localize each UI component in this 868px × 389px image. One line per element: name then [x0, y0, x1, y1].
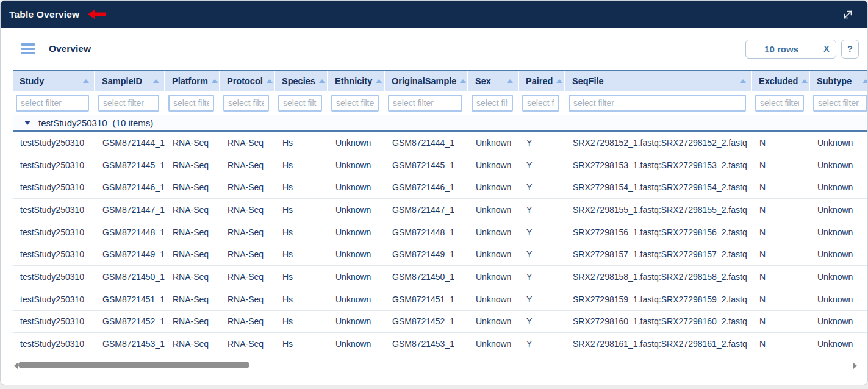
table-row[interactable]: testStudy250310GSM8721451_1RNA-SeqRNA-Se…: [13, 288, 868, 311]
scroll-right-arrow-icon[interactable]: [853, 363, 857, 369]
table-row[interactable]: testStudy250310GSM8721449_1RNA-SeqRNA-Se…: [13, 243, 868, 266]
cell-species: Hs: [275, 138, 328, 148]
cell-ethnicity: Unknown: [328, 294, 385, 304]
sort-ascending-icon: [460, 79, 466, 83]
cell-platform: RNA-Seq: [165, 182, 220, 192]
filter-input-ethnicity[interactable]: [331, 95, 379, 112]
filter-input-originalSample[interactable]: [388, 95, 462, 112]
rows-count-button[interactable]: 10 rows: [746, 40, 817, 58]
scroll-left-arrow-icon[interactable]: [14, 363, 18, 369]
clear-button[interactable]: X: [817, 40, 836, 58]
cell-originalSample: GSM8721447_1: [385, 205, 468, 215]
filter-cell-ethnicity: [328, 95, 385, 112]
filter-input-study[interactable]: [16, 95, 89, 112]
table-row[interactable]: testStudy250310GSM8721453_1RNA-SeqRNA-Se…: [13, 333, 868, 355]
filter-row: [13, 91, 868, 115]
filter-input-species[interactable]: [278, 95, 322, 112]
column-header-sampleId[interactable]: SampleID: [95, 71, 165, 91]
cell-study: testStudy250310: [13, 227, 95, 237]
table-row[interactable]: testStudy250310GSM8721452_1RNA-SeqRNA-Se…: [13, 311, 868, 334]
sort-ascending-icon: [212, 79, 218, 83]
cell-platform: RNA-Seq: [165, 249, 220, 259]
column-header-subtype[interactable]: Subtype: [810, 71, 868, 91]
column-label: Species: [282, 76, 315, 86]
cell-paired: Y: [519, 160, 565, 170]
cell-species: Hs: [275, 227, 328, 237]
cell-sex: Unknown: [468, 339, 519, 349]
cell-paired: Y: [519, 182, 565, 192]
cell-excluded: N: [752, 339, 810, 349]
column-header-excluded[interactable]: Excluded: [752, 71, 810, 91]
horizontal-scrollbar[interactable]: [1, 357, 867, 374]
filter-input-paired[interactable]: [522, 95, 559, 112]
cell-excluded: N: [752, 294, 810, 304]
column-label: SeqFile: [572, 76, 604, 86]
cell-ethnicity: Unknown: [328, 182, 385, 192]
cell-originalSample: GSM8721452_1: [385, 316, 468, 326]
column-label: Study: [20, 76, 44, 86]
help-button[interactable]: ?: [841, 40, 859, 59]
menu-button[interactable]: [21, 43, 35, 54]
column-header-seqFile[interactable]: SeqFile: [565, 71, 752, 91]
cell-seqFile: SRX27298161_1.fastq:SRX27298161_2.fastq: [565, 339, 752, 349]
cell-platform: RNA-Seq: [165, 294, 220, 304]
cell-paired: Y: [519, 205, 565, 215]
table-row[interactable]: testStudy250310GSM8721446_1RNA-SeqRNA-Se…: [13, 176, 868, 199]
rows-button-group: 10 rows X: [745, 40, 836, 59]
column-header-sex[interactable]: Sex: [468, 71, 519, 91]
column-header-ethnicity[interactable]: Ethnicity: [328, 71, 385, 91]
filter-input-protocol[interactable]: [223, 95, 269, 112]
cell-excluded: N: [752, 138, 810, 148]
table-row[interactable]: testStudy250310GSM8721448_1RNA-SeqRNA-Se…: [13, 221, 868, 244]
table-row[interactable]: testStudy250310GSM8721445_1RNA-SeqRNA-Se…: [13, 154, 868, 177]
table-row[interactable]: testStudy250310GSM8721444_1RNA-SeqRNA-Se…: [13, 132, 868, 154]
filter-input-subtype[interactable]: [813, 95, 867, 112]
cell-ethnicity: Unknown: [328, 249, 385, 259]
cell-ethnicity: Unknown: [328, 160, 385, 170]
table-row[interactable]: testStudy250310GSM8721447_1RNA-SeqRNA-Se…: [13, 199, 868, 221]
filter-input-seqFile[interactable]: [569, 95, 746, 112]
cell-seqFile: SRX27298153_1.fastq:SRX27298153_2.fastq: [565, 160, 752, 170]
group-row[interactable]: testStudy250310 (10 items): [13, 115, 868, 132]
cell-originalSample: GSM8721446_1: [385, 182, 468, 192]
cell-sampleId: GSM8721452_1: [95, 316, 165, 326]
cell-seqFile: SRX27298156_1.fastq:SRX27298156_2.fastq: [565, 227, 752, 237]
filter-input-sex[interactable]: [472, 95, 513, 112]
filter-cell-platform: [165, 95, 220, 112]
cell-sex: Unknown: [468, 205, 519, 215]
cell-excluded: N: [752, 160, 810, 170]
filter-input-sampleId[interactable]: [98, 95, 159, 112]
filter-input-platform[interactable]: [168, 95, 214, 112]
sort-ascending-icon: [267, 79, 273, 83]
toolbar-title: Overview: [49, 43, 91, 54]
cell-platform: RNA-Seq: [165, 227, 220, 237]
column-header-study[interactable]: Study: [13, 71, 95, 91]
column-label: Protocol: [227, 76, 263, 86]
cell-study: testStudy250310: [13, 205, 95, 215]
column-label: Subtype: [817, 76, 852, 86]
cell-seqFile: SRX27298152_1.fastq:SRX27298152_2.fastq: [565, 138, 752, 148]
sort-ascending-icon: [376, 79, 382, 83]
column-header-originalSample[interactable]: OriginalSample: [385, 71, 468, 91]
table-row[interactable]: testStudy250310GSM8721450_1RNA-SeqRNA-Se…: [13, 266, 868, 288]
column-label: Sex: [475, 76, 491, 86]
filter-input-excluded[interactable]: [755, 95, 804, 112]
cell-subtype: Unknown: [810, 160, 868, 170]
expand-button[interactable]: [839, 6, 856, 23]
column-header-platform[interactable]: Platform: [165, 71, 220, 91]
cell-excluded: N: [752, 316, 810, 326]
scrollbar-thumb[interactable]: [18, 362, 249, 368]
cell-originalSample: GSM8721453_1: [385, 339, 468, 349]
filter-cell-species: [275, 95, 328, 112]
cell-study: testStudy250310: [13, 294, 95, 304]
group-count: (10 items): [113, 118, 154, 128]
cell-protocol: RNA-Seq: [220, 138, 275, 148]
column-header-species[interactable]: Species: [275, 71, 328, 91]
cell-protocol: RNA-Seq: [220, 227, 275, 237]
cell-paired: Y: [519, 138, 565, 148]
cell-seqFile: SRX27298154_1.fastq:SRX27298154_2.fastq: [565, 182, 752, 192]
cell-excluded: N: [752, 249, 810, 259]
column-header-protocol[interactable]: Protocol: [220, 71, 275, 91]
cell-protocol: RNA-Seq: [220, 249, 275, 259]
column-header-paired[interactable]: Paired: [519, 71, 565, 91]
